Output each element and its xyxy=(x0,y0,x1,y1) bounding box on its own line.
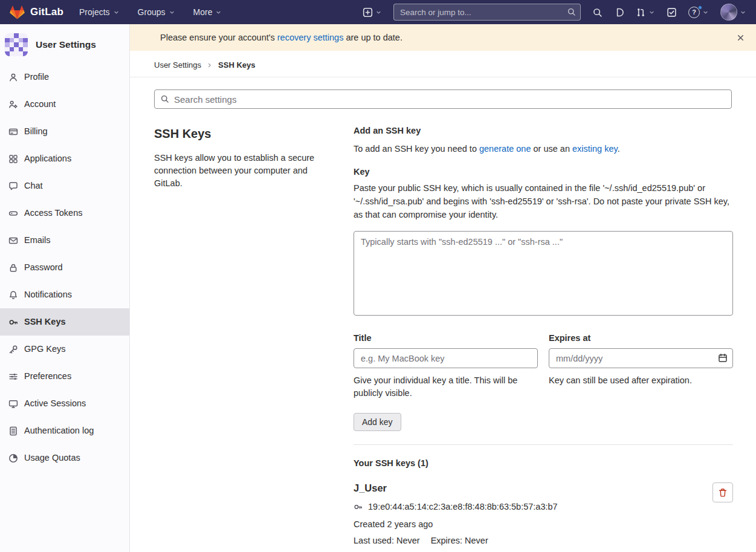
key-description: Paste your public SSH key, which is usua… xyxy=(354,182,733,221)
global-search-input[interactable] xyxy=(393,4,581,21)
sidebar-item-label: Account xyxy=(24,99,56,110)
ssh-key-last-used: Last used: Never xyxy=(354,536,420,545)
sidebar-item-ssh-keys[interactable]: SSH Keys xyxy=(0,308,129,336)
chevron-down-icon xyxy=(702,9,709,16)
sidebar-item-preferences[interactable]: Preferences xyxy=(0,363,129,390)
user-menu[interactable] xyxy=(720,4,746,21)
nav-menu-more-label: More xyxy=(193,7,213,17)
sidebar-title: User Settings xyxy=(36,39,96,50)
expires-at-input[interactable] xyxy=(549,348,733,368)
chevron-right-icon xyxy=(206,62,213,69)
sidebar-item-gpg-keys[interactable]: GPG Keys xyxy=(0,336,129,363)
sidebar-item-label: Preferences xyxy=(24,371,71,382)
chat-icon xyxy=(8,181,18,191)
main-content: Please ensure your account's recovery se… xyxy=(130,24,756,552)
settings-search xyxy=(154,89,732,109)
token-icon xyxy=(8,209,18,218)
sidebar-item-access-tokens[interactable]: Access Tokens xyxy=(0,200,129,227)
billing-icon xyxy=(8,127,18,137)
ssh-key-expires: Expires: Never xyxy=(431,536,488,545)
logo-text: GitLab xyxy=(30,6,63,18)
key-icon xyxy=(8,317,18,327)
recovery-settings-alert: Please ensure your account's recovery se… xyxy=(130,24,756,51)
chevron-down-icon xyxy=(648,9,655,16)
top-navbar: GitLab Projects Groups More xyxy=(0,0,756,24)
sidebar-item-notifications[interactable]: Notifications xyxy=(0,281,129,308)
lock-icon xyxy=(8,263,18,273)
sidebar-item-label: Chat xyxy=(24,180,43,192)
user-identicon-avatar xyxy=(5,33,28,56)
expires-at-label: Expires at xyxy=(549,333,733,343)
sidebar-item-applications[interactable]: Applications xyxy=(0,145,129,172)
sidebar-item-password[interactable]: Password xyxy=(0,254,129,281)
sidebar-item-label: Usage Quotas xyxy=(24,452,80,464)
generate-one-link[interactable]: generate one xyxy=(479,144,531,154)
ssh-key-textarea[interactable] xyxy=(354,231,733,316)
sidebar-item-emails[interactable]: Emails xyxy=(0,227,129,254)
email-icon xyxy=(8,236,18,245)
new-item-dropdown[interactable] xyxy=(363,7,382,18)
sidebar-item-active-sessions[interactable]: Active Sessions xyxy=(0,390,129,417)
sidebar-item-chat[interactable]: Chat xyxy=(0,172,129,200)
sidebar-item-label: GPG Keys xyxy=(24,343,66,355)
chevron-down-icon xyxy=(215,9,222,16)
intro-suffix: . xyxy=(618,144,620,154)
help-dropdown[interactable]: ? xyxy=(688,7,709,18)
sidebar-item-label: SSH Keys xyxy=(24,316,66,328)
page-title: SSH Keys xyxy=(154,127,332,141)
title-label: Title xyxy=(354,333,538,343)
sidebar-item-label: Profile xyxy=(24,71,49,83)
sidebar-item-authentication-log[interactable]: Authentication log xyxy=(0,417,129,444)
search-icon xyxy=(160,94,169,103)
merge-requests-dropdown[interactable] xyxy=(636,7,655,18)
ssh-key-list-item: J_User 19:e0:44:a5:14:c2:3a:e8:f8:48:8b:… xyxy=(354,482,733,545)
nav-menu-groups-label: Groups xyxy=(138,7,166,17)
sidebar-item-billing[interactable]: Billing xyxy=(0,118,129,145)
sidebar-item-label: Password xyxy=(24,262,63,273)
gpg-key-icon xyxy=(8,345,18,354)
sidebar-item-label: Billing xyxy=(24,126,48,137)
ssh-key-fingerprint: 19:e0:44:a5:14:c2:3a:e8:f8:48:8b:63:5b:5… xyxy=(368,502,558,511)
issues-icon xyxy=(614,7,624,18)
merge-requests-icon xyxy=(636,7,646,18)
chevron-down-icon xyxy=(169,9,175,16)
sidebar-item-profile[interactable]: Profile xyxy=(0,63,129,91)
key-icon xyxy=(354,502,363,511)
sidebar-item-account[interactable]: Account xyxy=(0,91,129,118)
nav-menu-more[interactable]: More xyxy=(193,7,222,17)
alert-text-prefix: Please ensure your account's xyxy=(160,33,275,42)
recovery-settings-link[interactable]: recovery settings xyxy=(277,33,344,42)
trash-icon xyxy=(718,488,728,498)
add-ssh-key-heading: Add an SSH key xyxy=(354,126,733,135)
intro-prefix: To add an SSH key you need to xyxy=(354,144,477,154)
key-title-input[interactable] xyxy=(354,348,538,368)
alert-dismiss-button[interactable] xyxy=(736,33,745,42)
sidebar-item-usage-quotas[interactable]: Usage Quotas xyxy=(0,444,129,472)
settings-search-input[interactable] xyxy=(154,89,732,109)
breadcrumb-user-settings[interactable]: User Settings xyxy=(154,60,201,70)
issues-button[interactable] xyxy=(614,7,624,18)
form-intro: To add an SSH key you need to generate o… xyxy=(354,144,733,154)
account-icon xyxy=(8,100,18,109)
calendar-icon[interactable] xyxy=(718,353,728,363)
ssh-key-details: J_User 19:e0:44:a5:14:c2:3a:e8:f8:48:8b:… xyxy=(354,482,558,545)
search-button[interactable] xyxy=(592,7,603,18)
key-label: Key xyxy=(354,167,733,177)
expires-hint: Key can still be used after expiration. xyxy=(549,374,733,387)
nav-menu-groups[interactable]: Groups xyxy=(138,7,175,17)
sidebar-item-label: Active Sessions xyxy=(24,398,86,409)
sidebar-item-label: Emails xyxy=(24,235,51,246)
help-icon: ? xyxy=(688,7,700,18)
user-avatar xyxy=(720,4,737,21)
delete-key-button[interactable] xyxy=(712,482,733,502)
sidebar-item-label: Access Tokens xyxy=(24,207,82,219)
close-icon xyxy=(736,33,745,42)
nav-menu-projects[interactable]: Projects xyxy=(79,7,120,17)
applications-icon xyxy=(8,154,18,164)
add-key-button[interactable]: Add key xyxy=(354,413,401,431)
existing-key-link[interactable]: existing key xyxy=(572,144,618,154)
profile-icon xyxy=(8,73,18,82)
gitlab-logo[interactable]: GitLab xyxy=(10,5,63,19)
todos-button[interactable] xyxy=(667,7,677,18)
intro-middle: or use an xyxy=(533,144,569,154)
